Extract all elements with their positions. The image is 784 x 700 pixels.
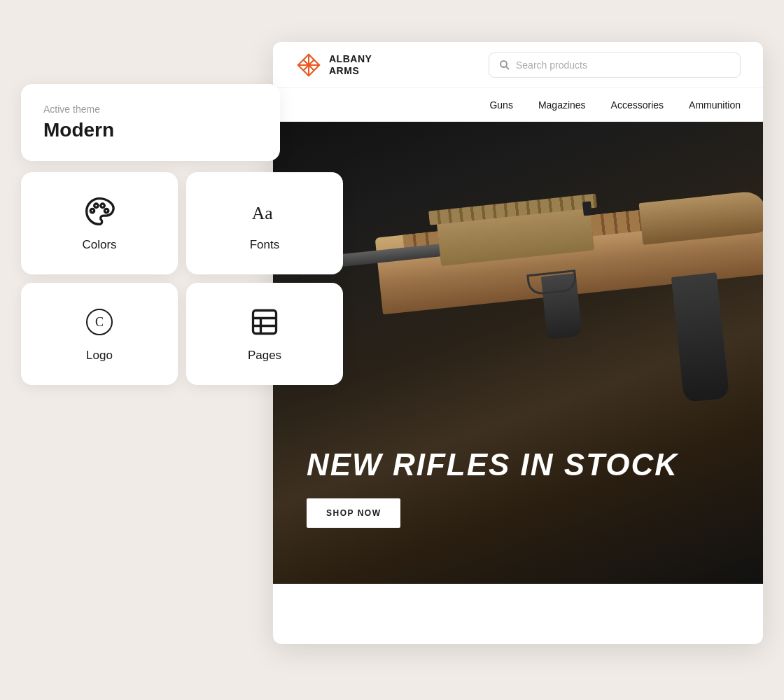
nav-guns[interactable]: Guns: [489, 99, 512, 111]
options-grid: Colors Aa Fonts C Logo: [21, 172, 343, 385]
hero-content: NEW RIFLES IN STOCK SHOP NOW: [307, 448, 678, 528]
browser-preview: ALBANY ARMS Search products Guns Magazin…: [273, 42, 763, 644]
active-theme-card[interactable]: Active theme Modern: [21, 84, 280, 161]
albany-arms-logo-icon: [295, 52, 322, 78]
pages-option-card[interactable]: Pages: [186, 283, 343, 385]
brand-name: ALBANY ARMS: [329, 53, 372, 77]
hero-section: NEW RIFLES IN STOCK SHOP NOW: [273, 122, 763, 584]
hero-title: NEW RIFLES IN STOCK: [307, 448, 678, 482]
active-theme-label: Active theme: [43, 104, 258, 115]
search-placeholder: Search products: [516, 59, 587, 71]
svg-text:C: C: [95, 315, 104, 329]
svg-rect-7: [253, 311, 276, 334]
svg-point-16: [500, 61, 507, 67]
svg-line-17: [506, 66, 509, 69]
svg-point-1: [94, 204, 99, 208]
shop-now-button[interactable]: SHOP NOW: [307, 498, 400, 528]
browser-header: ALBANY ARMS Search products: [273, 42, 763, 88]
main-container: Active theme Modern Colors: [21, 42, 763, 658]
nav-ammunition[interactable]: Ammunition: [689, 99, 741, 111]
svg-point-0: [90, 209, 94, 213]
fonts-label: Fonts: [250, 238, 280, 252]
pages-label: Pages: [248, 349, 281, 363]
logo-icon: C: [83, 305, 116, 339]
logo-option-card[interactable]: C Logo: [21, 283, 178, 385]
colors-label: Colors: [82, 238, 116, 252]
nav-magazines[interactable]: Magazines: [538, 99, 586, 111]
search-icon: [499, 59, 510, 71]
svg-text:Aa: Aa: [252, 203, 274, 223]
nav-bar: Guns Magazines Accessories Ammunition: [273, 88, 763, 122]
logo-label: Logo: [86, 349, 113, 363]
active-theme-name: Modern: [43, 119, 258, 141]
palette-icon: [83, 195, 116, 228]
pages-icon: [248, 305, 281, 339]
fonts-option-card[interactable]: Aa Fonts: [186, 172, 343, 274]
left-panel: Active theme Modern Colors: [21, 84, 343, 385]
brand-logo: ALBANY ARMS: [295, 52, 372, 78]
nav-accessories[interactable]: Accessories: [611, 99, 664, 111]
search-bar[interactable]: Search products: [489, 52, 741, 78]
colors-option-card[interactable]: Colors: [21, 172, 178, 274]
fonts-icon: Aa: [248, 195, 281, 228]
svg-point-2: [101, 204, 105, 208]
svg-point-3: [104, 209, 108, 213]
